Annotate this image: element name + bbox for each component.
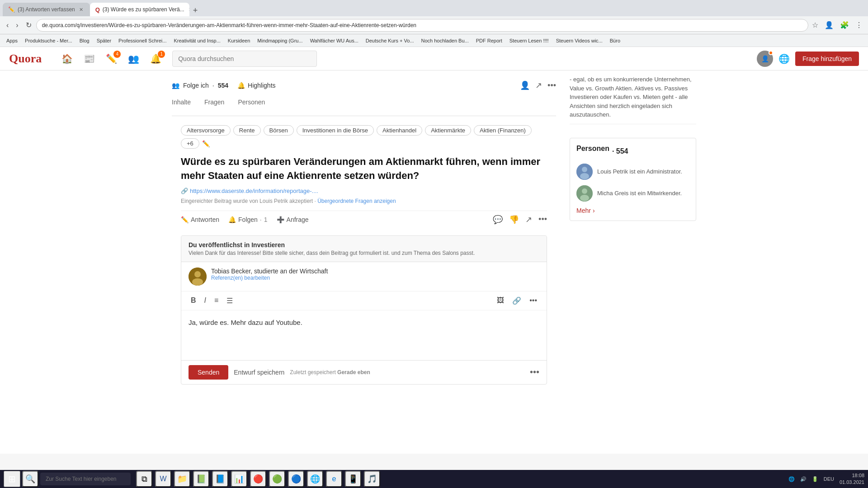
highlights-button[interactable]: 🔔 Highlights <box>237 82 275 89</box>
bm-13[interactable]: Steuern Videos wic... <box>553 37 605 44</box>
tag-aktien-finanzen[interactable]: Aktien (Finanzen) <box>474 125 532 136</box>
bm-1[interactable]: Produktsuche - Mer... <box>22 37 75 44</box>
people-button[interactable]: 👥 <box>126 52 141 66</box>
meta-link[interactable]: Übergeordnete Fragen anzeigen <box>317 198 396 204</box>
persons-card: Personen · 554 Louis Petrik ist ein Admi… <box>570 138 696 221</box>
author-ref-link[interactable]: Referenz(en) bearbeiten <box>211 275 328 281</box>
tab-personen[interactable]: Personen <box>238 99 265 110</box>
draft-author-section: Tobias Becker, studierte an der Wirtscha… <box>181 262 547 291</box>
answer-button[interactable]: ✏️ 4 <box>104 52 119 66</box>
autosave-prefix: Zuletzt gespeichert <box>290 369 335 375</box>
svg-point-2 <box>192 278 203 286</box>
tag-aktienmaerkte[interactable]: Aktienmärkte <box>425 125 471 136</box>
antworten-icon: ✏️ <box>181 216 189 223</box>
edit-tags-icon[interactable]: ✏️ <box>202 140 210 147</box>
bm-5[interactable]: Kreativität und Insp... <box>171 37 223 44</box>
people-action-icon[interactable]: 👤 <box>520 80 530 90</box>
draft-title: Du veröffentlichst in Investieren <box>189 241 539 249</box>
folgen-button[interactable]: 🔔 Folgen · 1 <box>228 216 268 223</box>
bm-6[interactable]: Kursideen <box>225 37 253 44</box>
sidebar-description: - egal, ob es um konkurrierende Unterneh… <box>570 75 696 124</box>
tag-rente[interactable]: Rente <box>233 125 261 136</box>
add-question-button[interactable]: Frage hinzufügen <box>795 52 859 66</box>
bm-9[interactable]: Deutsche Kurs + Vo... <box>363 37 417 44</box>
more-options-icon[interactable]: ••• <box>538 215 547 225</box>
bookmark-icon[interactable]: ☆ <box>810 19 820 31</box>
new-tab-button[interactable]: + <box>189 6 202 15</box>
tag-investitionen[interactable]: Investitionen in die Börse <box>297 125 374 136</box>
bm-11[interactable]: PDF Report <box>473 37 505 44</box>
mehr-button[interactable]: Mehr › <box>576 207 689 214</box>
browser-tab-2[interactable]: Q (3) Würde es zu spürbaren Verä... ✕ <box>90 3 189 16</box>
tab-close-1[interactable]: ✕ <box>78 6 85 13</box>
tag-more[interactable]: +6 <box>181 138 199 149</box>
image-button[interactable]: 🖼 <box>495 295 506 306</box>
svg-point-7 <box>582 188 587 194</box>
share-action-icon[interactable]: ↗ <box>535 80 542 90</box>
author-name: Tobias Becker, studierte an der Wirtscha… <box>211 267 328 275</box>
user-avatar[interactable]: 👤 <box>757 51 773 67</box>
question-url[interactable]: https://www.daserste.de/information/repo… <box>190 188 318 194</box>
menu-icon[interactable]: ⋮ <box>854 19 864 31</box>
more-action-icon[interactable]: ••• <box>547 81 556 90</box>
question-card: Altersvorsorge Rente Börsen Investitione… <box>172 116 556 394</box>
send-button[interactable]: Senden <box>189 365 228 380</box>
profile-icon[interactable]: 👤 <box>823 19 835 31</box>
home-button[interactable]: 🏠 <box>60 52 75 66</box>
forward-button[interactable]: › <box>13 19 21 31</box>
bm-apps[interactable]: Apps <box>4 37 20 44</box>
back-button[interactable]: ‹ <box>4 19 11 31</box>
reload-button[interactable]: ↻ <box>23 19 34 31</box>
tab-inhalte[interactable]: Inhalte <box>172 99 191 110</box>
search-input[interactable] <box>172 51 317 67</box>
footer-more-icon[interactable]: ••• <box>530 367 539 377</box>
editor-area[interactable]: Ja, würde es. Mehr dazu auf Youtube. <box>181 310 547 360</box>
bm-12[interactable]: Steuern Lesen !!!! <box>507 37 552 44</box>
comment-icon[interactable]: 💬 <box>493 215 503 225</box>
tags-row: Altersvorsorge Rente Börsen Investitione… <box>181 125 547 149</box>
autosave-text: Zuletzt gespeichert Gerade eben <box>290 369 370 375</box>
tag-altersvorsorge[interactable]: Altersvorsorge <box>181 125 231 136</box>
tab-favicon-2: Q <box>95 6 100 13</box>
notification-button[interactable]: 🔔 1 <box>148 52 163 66</box>
tag-boersen[interactable]: Börsen <box>264 125 294 136</box>
tab-fragen[interactable]: Fragen <box>204 99 224 110</box>
svg-point-5 <box>580 173 589 179</box>
bm-10[interactable]: Noch hochladen Bu... <box>419 37 472 44</box>
draft-subtitle: Vielen Dank für das Interesse! Bitte ste… <box>189 250 539 256</box>
ordered-list-button[interactable]: ≡ <box>212 295 221 306</box>
extensions-icon[interactable]: 🧩 <box>838 19 851 31</box>
person-desc-1: Louis Petrik ist ein Administrator. <box>597 168 682 175</box>
downvote-icon[interactable]: 👎 <box>509 215 519 225</box>
antworten-button[interactable]: ✏️ Antworten <box>181 216 219 223</box>
language-button[interactable]: 🌐 <box>778 53 790 64</box>
follow-label[interactable]: Folge ich <box>183 82 209 89</box>
share-icon[interactable]: ↗ <box>525 215 532 225</box>
bm-2[interactable]: Blog <box>77 37 92 44</box>
feed-button[interactable]: 📰 <box>82 52 97 66</box>
bm-4[interactable]: Professionell Schrei... <box>116 37 169 44</box>
bookmarks-bar: Apps Produktsuche - Mer... Blog Später P… <box>0 34 868 47</box>
address-bar[interactable]: de.quora.com/q/investieren/Würde-es-zu-s… <box>36 19 808 32</box>
browser-tab-1[interactable]: ✏️ (3) Antworten verfassen ✕ <box>3 3 90 16</box>
link-button[interactable]: 🔗 <box>510 295 524 306</box>
answer-draft-box: Du veröffentlichst in Investieren Vielen… <box>181 235 547 385</box>
bm-14[interactable]: Büro <box>607 37 623 44</box>
tab-favicon-1: ✏️ <box>8 6 15 13</box>
quora-logo[interactable]: Quora <box>9 52 42 66</box>
italic-button[interactable]: I <box>202 295 208 306</box>
bm-3[interactable]: Später <box>94 37 114 44</box>
author-avatar <box>189 267 207 286</box>
bm-8[interactable]: Wahlfächer WU Aus... <box>307 37 361 44</box>
folgen-label: Folgen <box>238 216 258 223</box>
space-header: 👥 Folge ich · 554 🔔 Highlights 👤 ↗ ••• <box>172 70 556 116</box>
bm-7[interactable]: Mindmapping (Gru... <box>255 37 305 44</box>
more-format-button[interactable]: ••• <box>527 295 539 306</box>
anfrage-button[interactable]: ➕ Anfrage <box>277 216 309 223</box>
address-text: de.quora.com/q/investieren/Würde-es-zu-s… <box>42 22 416 28</box>
tag-aktienhandel[interactable]: Aktienhandel <box>377 125 422 136</box>
persons-count: · 554 <box>612 147 628 155</box>
save-draft-button[interactable]: Entwurf speichern <box>234 369 284 376</box>
bold-button[interactable]: B <box>189 295 198 306</box>
unordered-list-button[interactable]: ☰ <box>224 295 235 306</box>
